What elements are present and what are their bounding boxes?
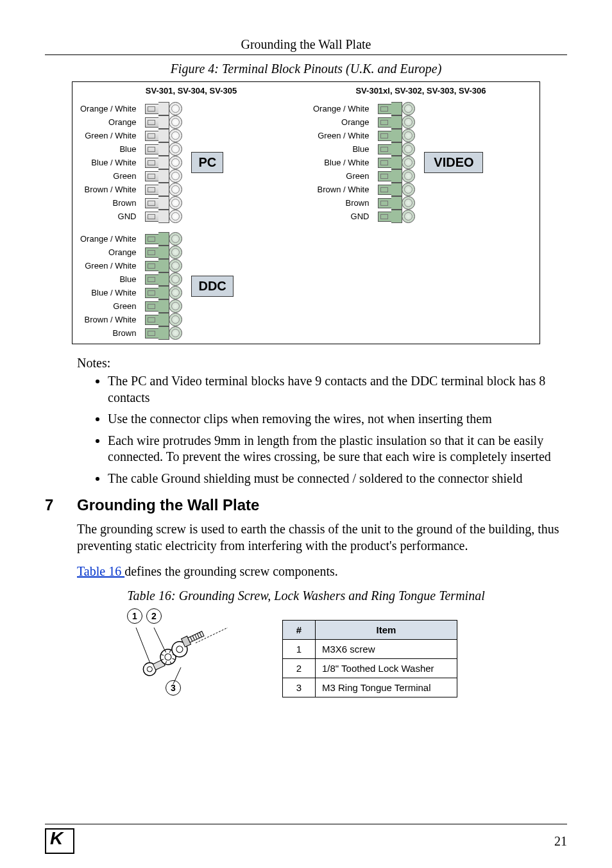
table16: # Item 1 M3X6 screw 2 1/8" Toothed Lock … <box>282 620 457 697</box>
table-cell-num: 3 <box>283 678 316 697</box>
note-item: Each wire protrudes 9mm in length from t… <box>108 433 567 465</box>
table-header-item: Item <box>316 620 457 639</box>
wire-label: Orange / White <box>80 102 136 115</box>
section-title: Grounding the Wall Plate <box>77 496 259 514</box>
header-rule <box>45 54 567 55</box>
wire-label: Blue <box>313 142 369 156</box>
wire-label: Orange <box>80 246 136 259</box>
ddc-label: DDC <box>191 276 233 297</box>
brand-logo-icon <box>45 828 74 854</box>
notes-list: The PC and Video terminal blocks have 9 … <box>83 373 567 487</box>
table-header-num: # <box>283 620 316 639</box>
wire-label: Orange / White <box>313 102 369 115</box>
wire-label: Orange <box>80 115 136 129</box>
note-item: Use the connector clips when removing th… <box>108 411 567 428</box>
pc-label: PC <box>191 152 223 173</box>
paragraph-1: The grounding screw is used to earth the… <box>77 521 567 554</box>
wire-label: GND <box>313 210 369 223</box>
wire-label: Blue / White <box>80 286 136 299</box>
ddc-terminal-group: Orange / White Orange Green / White Blue… <box>76 232 303 340</box>
running-header: Grounding the Wall Plate <box>45 37 567 52</box>
wire-label: Green <box>80 169 136 183</box>
diagram-right-title: SV-301xl, SV-302, SV-303, SV-306 <box>306 86 536 96</box>
pc-wire-labels: Orange / White Orange Green / White Blue… <box>80 102 136 223</box>
figure4-diagram: SV-301, SV-304, SV-305 SV-301xl, SV-302,… <box>72 81 540 344</box>
wire-label: GND <box>80 210 136 223</box>
table-cell-item: M3 Ring Tongue Terminal <box>316 678 457 697</box>
wire-label: Green / White <box>313 129 369 142</box>
wire-label: Blue / White <box>313 156 369 169</box>
ddc-terminal-block <box>145 232 182 340</box>
wire-label: Blue <box>80 272 136 286</box>
table-cell-item: M3X6 screw <box>316 639 457 658</box>
wire-label: Brown / White <box>80 183 136 196</box>
callout-2: 2 <box>146 608 162 624</box>
figure4-caption: Figure 4: Terminal Block Pinouts (U.K. a… <box>45 62 567 76</box>
table-row: 1 M3X6 screw <box>283 639 457 658</box>
wire-label: Green <box>313 169 369 183</box>
table16-link[interactable]: Table 16 <box>77 564 124 578</box>
table-cell-item: 1/8" Toothed Lock Washer <box>316 658 457 678</box>
section-number: 7 <box>45 496 77 514</box>
table-cell-num: 1 <box>283 639 316 658</box>
note-item: The PC and Video terminal blocks have 9 … <box>108 373 567 406</box>
wire-label: Blue <box>80 142 136 156</box>
grounding-screw-diagram: 1 2 3 <box>115 608 244 698</box>
pc-terminal-group: Orange / White Orange Green / White Blue… <box>76 102 303 223</box>
ddc-wire-labels: Orange / White Orange Green / White Blue… <box>80 232 136 340</box>
wire-label: Orange / White <box>80 232 136 246</box>
table-row: 2 1/8" Toothed Lock Washer <box>283 658 457 678</box>
pc-terminal-block <box>145 102 182 223</box>
wire-label: Brown <box>80 326 136 340</box>
table-cell-num: 2 <box>283 658 316 678</box>
svg-line-0 <box>136 628 151 665</box>
video-terminal-group: Orange / White Orange Green / White Blue… <box>309 102 536 223</box>
wire-label: Green <box>80 299 136 313</box>
paragraph-2: Table 16 defines the grounding screw com… <box>77 563 567 580</box>
video-wire-labels: Orange / White Orange Green / White Blue… <box>313 102 369 223</box>
wire-label: Brown <box>80 196 136 210</box>
table-row: 3 M3 Ring Tongue Terminal <box>283 678 457 697</box>
paragraph-2-tail: defines the grounding screw components. <box>124 564 338 578</box>
wire-label: Brown / White <box>80 313 136 326</box>
wire-label: Green / White <box>80 259 136 272</box>
page-number: 21 <box>554 834 567 849</box>
wire-label: Brown / White <box>313 183 369 196</box>
wire-label: Orange <box>313 115 369 129</box>
callout-1: 1 <box>127 608 142 624</box>
wire-label: Brown <box>313 196 369 210</box>
screw-icon <box>135 628 237 698</box>
svg-line-2 <box>173 667 181 684</box>
note-item: The cable Ground shielding must be conne… <box>108 471 567 487</box>
wire-label: Green / White <box>80 129 136 142</box>
video-label: VIDEO <box>424 152 483 173</box>
video-terminal-block <box>378 102 415 223</box>
wire-label: Blue / White <box>80 156 136 169</box>
notes-heading: Notes: <box>77 356 567 371</box>
diagram-left-title: SV-301, SV-304, SV-305 <box>76 86 306 96</box>
table16-caption: Table 16: Grounding Screw, Lock Washers … <box>45 588 567 603</box>
